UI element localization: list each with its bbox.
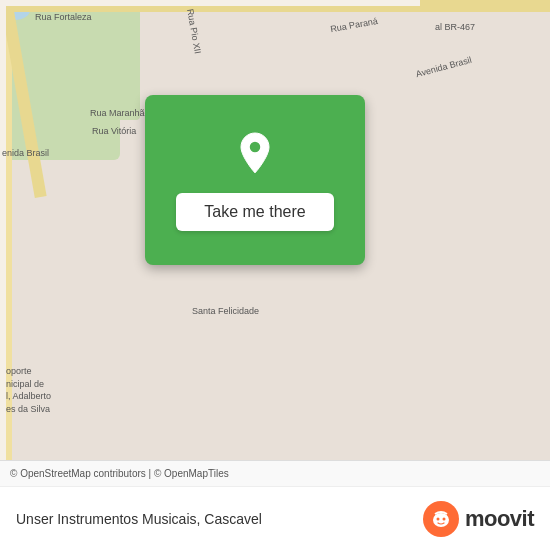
- street-label-airport: oportenicipal del, Adalbertoes da Silva: [6, 365, 51, 415]
- attribution-bar: © OpenStreetMap contributors | © OpenMap…: [0, 460, 550, 486]
- street-label-vitoria: Rua Vitória: [92, 126, 136, 136]
- place-name: Unser Instrumentos Musicais, Cascavel: [16, 511, 262, 527]
- moovit-icon: [423, 501, 459, 537]
- svg-point-2: [436, 517, 439, 520]
- moovit-face-icon: [430, 508, 452, 530]
- moovit-text: moovit: [465, 506, 534, 532]
- location-pin-icon: [231, 129, 279, 177]
- map-container: Rua Fortaleza Rua Pio XII Rua Paraná al …: [0, 0, 550, 460]
- street-label-fortaleza: Rua Fortaleza: [35, 12, 92, 22]
- svg-point-1: [433, 513, 449, 527]
- street-label-maranhao: Rua Maranhão: [90, 108, 150, 118]
- moovit-logo: moovit: [423, 501, 534, 537]
- take-me-there-button[interactable]: Take me there: [176, 193, 333, 231]
- attribution-text: © OpenStreetMap contributors | © OpenMap…: [10, 468, 229, 479]
- svg-point-0: [249, 141, 261, 153]
- street-label-santa: Santa Felicidade: [192, 306, 259, 316]
- road-sh-12: [0, 0, 300, 6]
- road-sv-10: [0, 0, 6, 260]
- location-card: Take me there: [145, 95, 365, 265]
- bottom-bar: Unser Instrumentos Musicais, Cascavel mo…: [0, 486, 550, 550]
- svg-point-3: [442, 517, 445, 520]
- street-label-br467: al BR-467: [435, 22, 475, 32]
- street-label-enida: enida Brasil: [2, 148, 49, 158]
